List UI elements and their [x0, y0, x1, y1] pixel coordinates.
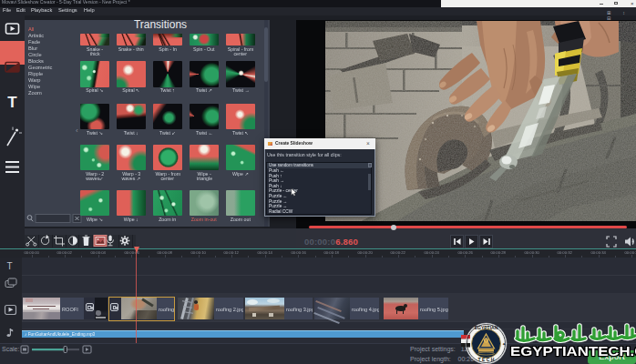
- svg-text:EGYPTIAN: EGYPTIAN: [475, 325, 498, 330]
- svg-text:T: T: [6, 260, 12, 270]
- svg-text:✦: ✦: [502, 341, 506, 347]
- svg-text:T: T: [7, 94, 17, 111]
- svg-text:✦: ✦: [467, 341, 470, 347]
- svg-text:T E C H: T E C H: [478, 357, 495, 362]
